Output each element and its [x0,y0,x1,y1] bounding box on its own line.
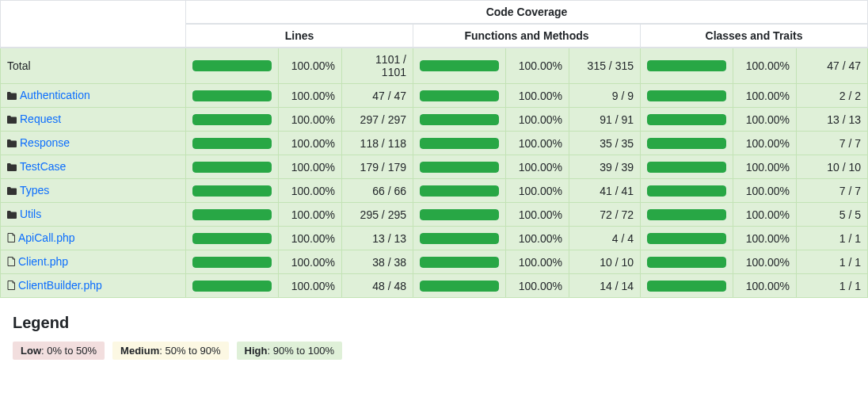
progress [647,257,726,268]
row-link[interactable]: ClientBuilder.php [18,279,102,292]
progress [420,114,499,125]
row-link[interactable]: Types [20,184,49,197]
progress-bar-cell [413,132,506,155]
progress-fill [192,138,272,149]
funcs-ratio: 4 / 4 [569,227,641,250]
row-name-total: Total [1,48,186,84]
lines-ratio: 295 / 295 [342,203,413,227]
progress-fill [192,60,272,71]
progress-bar-cell [186,48,279,84]
progress-fill [420,90,499,101]
progress-bar-cell [413,250,506,274]
progress-fill [420,138,499,149]
lines-pct: 100.00% [279,84,342,108]
table-row: Utils100.00%295 / 295100.00%72 / 72100.0… [1,203,868,227]
progress [192,209,272,220]
progress [192,114,272,125]
progress-bar-cell [413,155,506,179]
progress-bar-cell [641,108,733,132]
progress-fill [647,281,726,292]
row-name: Types [1,179,186,203]
row-link[interactable]: TestCase [20,160,66,173]
table-row: ApiCall.php100.00%13 / 13100.00%4 / 4100… [1,227,868,250]
progress-bar-cell [641,250,733,274]
lines-pct: 100.00% [279,227,342,250]
classes-pct: 100.00% [733,203,797,227]
progress-fill [420,114,499,125]
row-link[interactable]: Client.php [18,255,68,268]
classes-ratio: 10 / 10 [797,155,868,179]
progress-bar-cell [413,274,506,298]
progress-fill [647,60,726,71]
progress-bar-cell [186,227,279,250]
progress [647,162,726,173]
header-functions: Functions and Methods [413,24,641,48]
classes-pct: 100.00% [733,179,797,203]
progress-fill [192,162,272,173]
file-icon [7,256,15,269]
lines-ratio: 1101 / 1101 [342,48,413,84]
progress [647,209,726,220]
file-icon [7,280,15,292]
lines-pct: 100.00% [279,108,342,132]
progress-fill [420,233,499,244]
classes-pct: 100.00% [733,132,797,155]
folder-icon [7,113,17,126]
table-row: Total100.00%1101 / 1101100.00%315 / 3151… [1,48,868,84]
table-row: Types100.00%66 / 66100.00%41 / 41100.00%… [1,179,868,203]
lines-ratio: 13 / 13 [342,227,413,250]
classes-ratio: 7 / 7 [797,132,868,155]
lines-ratio: 297 / 297 [342,108,413,132]
progress-fill [420,60,499,71]
table-row: Response100.00%118 / 118100.00%35 / 3510… [1,132,868,155]
classes-ratio: 47 / 47 [797,48,868,84]
row-link[interactable]: ApiCall.php [18,231,75,244]
lines-pct: 100.00% [279,179,342,203]
progress-fill [647,233,726,244]
progress-fill [192,185,272,197]
progress-fill [192,233,272,244]
legend-low: Low: 0% to 50% [13,342,105,360]
header-classes: Classes and Traits [641,24,868,48]
progress [192,233,272,244]
row-name: Request [1,108,186,132]
classes-ratio: 7 / 7 [797,179,868,203]
funcs-pct: 100.00% [506,179,569,203]
classes-ratio: 1 / 1 [797,274,868,298]
classes-pct: 100.00% [733,250,797,274]
row-name: Response [1,132,186,155]
progress-fill [647,162,726,173]
funcs-pct: 100.00% [506,108,569,132]
progress [420,162,499,173]
funcs-pct: 100.00% [506,227,569,250]
funcs-ratio: 14 / 14 [569,274,641,298]
row-link[interactable]: Request [20,113,61,125]
row-name: Utils [1,203,186,227]
progress-fill [192,114,272,125]
progress [420,138,499,149]
progress [647,185,726,197]
table-row: TestCase100.00%179 / 179100.00%39 / 3910… [1,155,868,179]
row-link[interactable]: Utils [20,208,41,220]
legend: Low: 0% to 50% Medium: 50% to 90% High: … [13,342,868,360]
funcs-pct: 100.00% [506,84,569,108]
row-link[interactable]: Authentication [20,89,90,101]
lines-ratio: 118 / 118 [342,132,413,155]
classes-pct: 100.00% [733,48,797,84]
funcs-ratio: 315 / 315 [569,48,641,84]
progress-bar-cell [186,84,279,108]
progress [420,233,499,244]
classes-pct: 100.00% [733,108,797,132]
funcs-ratio: 10 / 10 [569,250,641,274]
progress-fill [647,185,726,197]
funcs-ratio: 35 / 35 [569,132,641,155]
table-row: ClientBuilder.php100.00%48 / 48100.00%14… [1,274,868,298]
funcs-ratio: 91 / 91 [569,108,641,132]
progress [647,114,726,125]
row-link[interactable]: Response [20,136,70,149]
classes-pct: 100.00% [733,274,797,298]
progress-fill [192,90,272,101]
progress-fill [647,209,726,220]
funcs-ratio: 39 / 39 [569,155,641,179]
lines-ratio: 179 / 179 [342,155,413,179]
